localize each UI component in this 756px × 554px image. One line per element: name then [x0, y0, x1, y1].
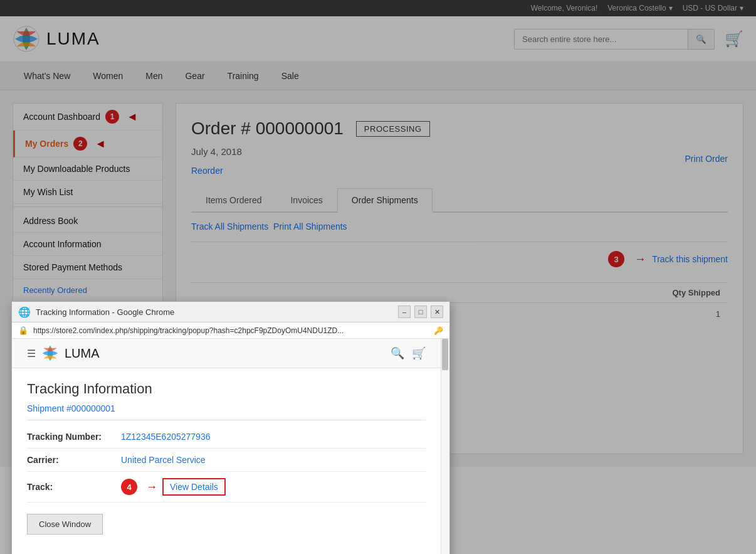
minimize-button[interactable]: – [398, 306, 411, 318]
tracking-number-label: Tracking Number: [27, 432, 115, 442]
popup-title: Tracking Information - Google Chrome [36, 307, 174, 317]
minimize-icon: – [402, 308, 406, 316]
close-button[interactable]: ✕ [431, 306, 443, 318]
popup-addressbar: 🔒 https://store2.com/index.php/shipping/… [12, 322, 449, 339]
popup-controls: – □ ✕ [398, 306, 443, 318]
tracking-divider [27, 420, 426, 420]
popup-url[interactable]: https://store2.com/index.php/shipping/tr… [33, 326, 429, 335]
popup-body: ☰ LUMA 🔍 [12, 339, 449, 467]
shipment-number: Shipment #000000001 [27, 403, 426, 413]
popup-search-icon[interactable]: 🔍 [391, 346, 404, 360]
popup-window: 🌐 Tracking Information - Google Chrome –… [11, 301, 450, 467]
lock-icon: 🔒 [18, 326, 28, 335]
popup-luma-logo[interactable]: LUMA [41, 344, 100, 363]
popup-overlay: 🌐 Tracking Information - Google Chrome –… [0, 0, 756, 467]
popup-logo-text: LUMA [65, 346, 100, 361]
tracking-number-row: Tracking Number: 1Z12345E6205277936 [27, 425, 426, 449]
carrier-value: United Parcel Service [121, 455, 206, 465]
key-icon: 🔑 [434, 326, 443, 335]
carrier-label: Carrier: [27, 455, 115, 465]
popup-titlebar: 🌐 Tracking Information - Google Chrome –… [12, 302, 449, 322]
scrollbar-thumb [442, 339, 448, 370]
popup-nav-icons: 🔍 🛒 [391, 346, 426, 360]
hamburger-icon[interactable]: ☰ [27, 348, 36, 360]
tracking-number-value[interactable]: 1Z12345E6205277936 [121, 432, 210, 442]
popup-title-left: 🌐 Tracking Information - Google Chrome [18, 306, 174, 318]
tracking-title: Tracking Information [27, 381, 426, 397]
popup-inner-header: ☰ LUMA 🔍 [12, 339, 441, 368]
popup-content: Tracking Information Shipment #000000001… [12, 368, 441, 467]
popup-logo-icon [41, 344, 60, 363]
carrier-row: Carrier: United Parcel Service [27, 449, 426, 467]
maximize-icon: □ [419, 308, 423, 316]
popup-cart-icon[interactable]: 🛒 [412, 346, 426, 360]
popup-scrollbar[interactable] [441, 339, 449, 467]
maximize-button[interactable]: □ [414, 306, 427, 318]
chrome-icon: 🌐 [18, 306, 31, 318]
close-icon: ✕ [434, 308, 440, 316]
